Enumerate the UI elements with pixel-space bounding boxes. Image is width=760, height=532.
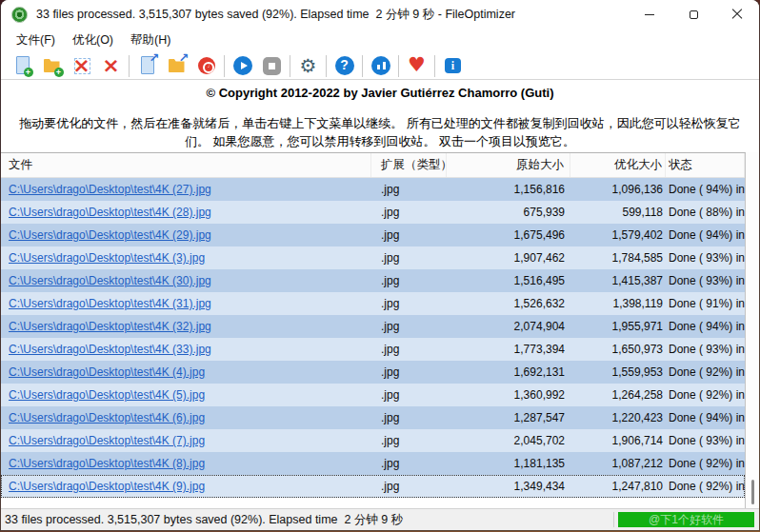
- table-row[interactable]: C:\Users\drago\Desktop\test\4K (5).jpg .…: [1, 384, 745, 406]
- optimized-size-cell: 1,559,953: [570, 365, 666, 379]
- help-button[interactable]: [330, 53, 359, 79]
- progress-bar: @下1个好软件: [618, 512, 754, 527]
- status-cell: Done ( 92%) in: [666, 365, 745, 379]
- maximize-icon: [690, 10, 698, 19]
- extension-cell: .jpg: [371, 297, 447, 310]
- table-row[interactable]: C:\Users\drago\Desktop\test\4K (31).jpg …: [1, 292, 745, 315]
- table-row[interactable]: C:\Users\drago\Desktop\test\4K (8).jpg .…: [1, 452, 745, 475]
- red-cross-dashed-icon: [70, 54, 93, 77]
- stats-button[interactable]: [366, 53, 395, 79]
- window-title: 33 files processed. 3,515,307 bytes save…: [36, 7, 515, 23]
- minimize-button[interactable]: [628, 0, 671, 29]
- power-icon: [195, 54, 218, 77]
- settings-button[interactable]: [293, 53, 323, 79]
- original-size-cell: 2,045,702: [447, 434, 570, 447]
- column-header-status[interactable]: 状态: [666, 153, 745, 177]
- status-cell: Done ( 93%) in: [666, 343, 745, 356]
- file-link[interactable]: C:\Users\drago\Desktop\test\4K (28).jpg: [9, 206, 211, 219]
- table-row[interactable]: C:\Users\drago\Desktop\test\4K (27).jpg …: [1, 178, 745, 201]
- file-link[interactable]: C:\Users\drago\Desktop\test\4K (7).jpg: [9, 434, 205, 447]
- original-size-cell: 1,516,495: [447, 274, 570, 287]
- progress-watermark-text: @下1个好软件: [649, 512, 724, 528]
- file-link[interactable]: C:\Users\drago\Desktop\test\4K (29).jpg: [9, 228, 211, 242]
- menu-file[interactable]: 文件(F): [8, 30, 64, 51]
- extension-cell: .jpg: [371, 320, 447, 333]
- file-link[interactable]: C:\Users\drago\Desktop\test\4K (32).jpg: [9, 320, 211, 333]
- question-icon: [333, 54, 356, 77]
- file-link[interactable]: C:\Users\drago\Desktop\test\4K (30).jpg: [9, 274, 211, 287]
- extension-cell: .jpg: [371, 434, 447, 447]
- status-bar: 33 files processed. 3,515,307 bytes save…: [1, 508, 759, 530]
- extension-cell: .jpg: [371, 228, 447, 242]
- document-arrow-icon: [136, 54, 159, 77]
- info-bubble-icon: [442, 54, 465, 77]
- extension-cell: .jpg: [371, 206, 447, 219]
- close-button[interactable]: [715, 0, 759, 29]
- list-header: 文件 扩展（类型） 原始大小 优化大小 状态: [1, 153, 745, 178]
- status-cell: Done ( 94%) in: [666, 411, 745, 424]
- chart-icon: [370, 54, 392, 77]
- open-file-button[interactable]: [132, 53, 162, 79]
- file-link[interactable]: C:\Users\drago\Desktop\test\4K (27).jpg: [9, 183, 211, 196]
- column-header-file[interactable]: 文件: [1, 153, 371, 177]
- scrollbar-thumb[interactable]: [751, 480, 754, 504]
- file-link[interactable]: C:\Users\drago\Desktop\test\4K (9).jpg: [9, 480, 205, 493]
- column-header-optimized-size[interactable]: 优化大小: [570, 153, 666, 177]
- extension-cell: .jpg: [371, 388, 447, 402]
- file-link[interactable]: C:\Users\drago\Desktop\test\4K (5).jpg: [9, 388, 205, 402]
- stop-button[interactable]: [257, 53, 287, 79]
- table-row[interactable]: C:\Users\drago\Desktop\test\4K (29).jpg …: [1, 224, 745, 246]
- table-row[interactable]: C:\Users\drago\Desktop\test\4K (30).jpg …: [1, 269, 745, 292]
- add-files-button[interactable]: [8, 53, 37, 79]
- table-row[interactable]: C:\Users\drago\Desktop\test\4K (6).jpg .…: [1, 406, 745, 429]
- extension-cell: .jpg: [371, 480, 447, 493]
- table-row[interactable]: C:\Users\drago\Desktop\test\4K (32).jpg …: [1, 315, 745, 338]
- clear-list-button[interactable]: [96, 53, 126, 79]
- status-text: 33 files processed. 3,515,307 bytes save…: [5, 512, 403, 528]
- extension-cell: .jpg: [371, 411, 447, 424]
- original-size-cell: 1,675,496: [447, 228, 570, 242]
- add-folder-button[interactable]: [37, 53, 67, 79]
- status-cell: Done ( 92%) in: [666, 457, 745, 470]
- start-button[interactable]: [228, 53, 257, 79]
- shutdown-button[interactable]: [191, 53, 221, 79]
- donate-button[interactable]: [402, 53, 431, 79]
- column-header-extension[interactable]: 扩展（类型）: [371, 153, 447, 177]
- table-row[interactable]: C:\Users\drago\Desktop\test\4K (28).jpg …: [1, 201, 745, 224]
- maximize-button[interactable]: [671, 0, 715, 29]
- optimized-size-cell: 1,955,971: [570, 320, 666, 333]
- vertical-scrollbar[interactable]: [746, 152, 759, 508]
- about-button[interactable]: [438, 53, 468, 79]
- column-header-original-size[interactable]: 原始大小: [447, 153, 570, 177]
- original-size-cell: 675,939: [447, 206, 570, 219]
- file-link[interactable]: C:\Users\drago\Desktop\test\4K (3).jpg: [9, 251, 205, 265]
- menu-optimize[interactable]: 优化(O): [64, 30, 122, 51]
- open-folder-button[interactable]: [162, 53, 191, 79]
- table-row[interactable]: C:\Users\drago\Desktop\test\4K (3).jpg .…: [1, 246, 745, 269]
- toolbar-separator: [224, 55, 225, 77]
- file-link[interactable]: C:\Users\drago\Desktop\test\4K (33).jpg: [9, 343, 211, 356]
- app-window: 33 files processed. 3,515,307 bytes save…: [1, 0, 759, 530]
- close-icon: [731, 9, 743, 20]
- status-cell: Done ( 92%) in: [666, 388, 745, 402]
- table-row[interactable]: C:\Users\drago\Desktop\test\4K (7).jpg .…: [1, 429, 745, 452]
- window-controls: [628, 0, 759, 29]
- info-panel: © Copyright 2012-2022 by Javier Gutiérre…: [1, 80, 759, 150]
- file-link[interactable]: C:\Users\drago\Desktop\test\4K (6).jpg: [9, 411, 205, 424]
- file-link[interactable]: C:\Users\drago\Desktop\test\4K (8).jpg: [9, 457, 205, 470]
- extension-cell: .jpg: [371, 274, 447, 287]
- original-size-cell: 1,360,992: [447, 388, 570, 402]
- table-row[interactable]: C:\Users\drago\Desktop\test\4K (9).jpg .…: [1, 475, 745, 498]
- table-row[interactable]: C:\Users\drago\Desktop\test\4K (4).jpg .…: [1, 361, 745, 384]
- remove-entry-button[interactable]: [67, 53, 96, 79]
- original-size-cell: 1,773,394: [447, 343, 570, 356]
- file-link[interactable]: C:\Users\drago\Desktop\test\4K (4).jpg: [9, 365, 205, 379]
- table-row[interactable]: C:\Users\drago\Desktop\test\4K (33).jpg …: [1, 338, 745, 361]
- stop-icon: [261, 54, 284, 77]
- file-link[interactable]: C:\Users\drago\Desktop\test\4K (31).jpg: [9, 297, 211, 310]
- optimized-size-cell: 1,906,714: [570, 434, 666, 447]
- file-list-view: 文件 扩展（类型） 原始大小 优化大小 状态 C:\Users\drago\De…: [1, 152, 746, 508]
- extension-cell: .jpg: [371, 343, 447, 356]
- optimized-size-cell: 1,247,810: [570, 480, 666, 493]
- menu-help[interactable]: 帮助(H): [122, 30, 179, 51]
